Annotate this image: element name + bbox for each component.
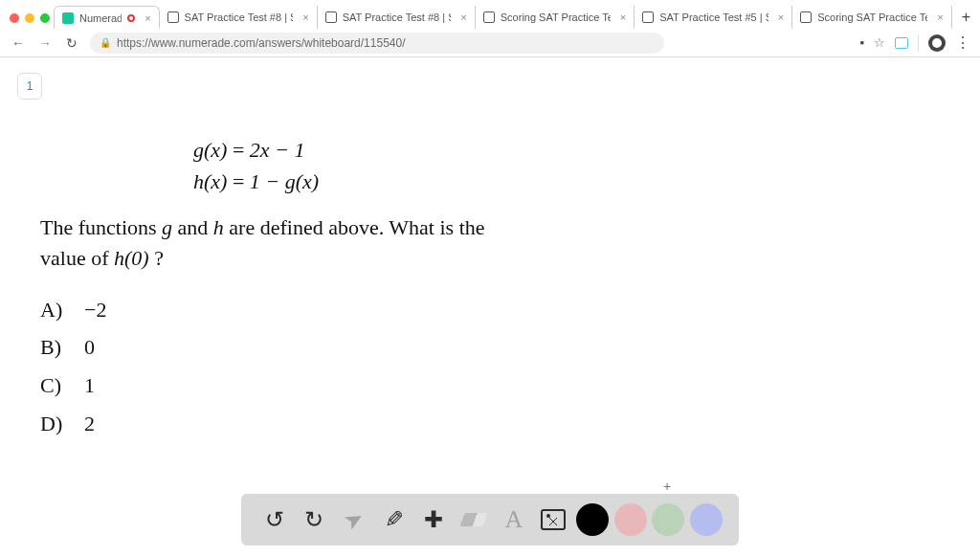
eq-equals: = <box>227 169 249 193</box>
tab-close-icon[interactable]: × <box>620 11 626 23</box>
color-red-button[interactable] <box>614 503 647 536</box>
tab-close-icon[interactable]: × <box>302 11 308 23</box>
color-black-button[interactable] <box>576 503 609 536</box>
choice-letter: D) <box>40 405 84 443</box>
tab-title: Numerade <box>79 12 122 24</box>
tab-scoring-a[interactable]: Scoring SAT Practice Test × <box>476 6 635 29</box>
favicon-kh <box>800 11 812 23</box>
tab-sat-5[interactable]: SAT Practice Test #5 | SA × <box>635 6 792 29</box>
prompt-text: and <box>172 215 213 239</box>
whiteboard-toolbar: ↺ ↻ ➤ ✎ ✚ A <box>241 494 739 546</box>
eq-rhs: 2x − 1 <box>250 138 305 162</box>
tab-close-icon[interactable]: × <box>460 11 466 23</box>
lock-icon: 🔒 <box>100 37 111 48</box>
choice-d: D)2 <box>40 405 693 443</box>
undo-button[interactable]: ↺ <box>257 502 292 537</box>
choice-value: 2 <box>84 405 95 443</box>
choice-a: A)−2 <box>40 291 693 329</box>
text-tool-button[interactable]: A <box>497 502 531 537</box>
tab-scoring-b[interactable]: Scoring SAT Practice Test × <box>792 6 951 29</box>
recording-indicator-icon <box>127 14 135 22</box>
pencil-tool-button[interactable]: ✎ <box>377 502 412 537</box>
var-g: g <box>162 215 172 239</box>
tab-sat-8-b[interactable]: SAT Practice Test #8 | SA × <box>318 6 476 29</box>
bookmark-star-icon[interactable]: ☆ <box>874 35 885 50</box>
tab-close-icon[interactable]: × <box>937 11 943 23</box>
var-h: h <box>213 215 224 239</box>
cursor-crosshair-icon: + <box>663 479 671 494</box>
prompt-text: The functions <box>40 215 162 239</box>
eq-equals: = <box>227 138 249 162</box>
favicon-numerade <box>62 12 74 24</box>
whiteboard-tab-label: 1 <box>27 79 33 93</box>
tab-numerade[interactable]: Numerade × <box>54 6 160 29</box>
expr-h0: h(0) <box>114 246 149 270</box>
eraser-icon <box>460 513 488 526</box>
window-controls <box>10 13 50 23</box>
prompt-text: are defined above. What is the <box>224 215 485 239</box>
reload-button[interactable]: ↻ <box>63 35 80 51</box>
favicon-kh <box>167 11 179 23</box>
eq-rhs: 1 − g(x) <box>250 169 319 193</box>
browser-tabstrip: Numerade × SAT Practice Test #8 | SA × S… <box>54 6 980 29</box>
eq-lhs: h(x) <box>193 169 227 193</box>
choice-c: C)1 <box>40 367 693 405</box>
tab-close-icon[interactable]: × <box>778 11 784 23</box>
problem-container: g(x) = 2x − 1 h(x) = 1 − g(x) The functi… <box>40 134 693 442</box>
choice-value: −2 <box>84 291 106 329</box>
whiteboard-tab-1[interactable]: 1 <box>17 73 42 100</box>
image-icon <box>541 509 566 530</box>
tab-title: Scoring SAT Practice Test <box>817 11 927 23</box>
choice-letter: C) <box>40 367 84 405</box>
color-blue-button[interactable] <box>690 503 723 536</box>
new-tab-button[interactable]: + <box>952 9 980 26</box>
forward-button[interactable]: → <box>36 35 54 51</box>
cast-icon[interactable] <box>895 37 908 49</box>
tab-title: SAT Practice Test #8 | SA <box>185 11 294 23</box>
tab-sat-8-a[interactable]: SAT Practice Test #8 | SA × <box>160 6 318 29</box>
redo-button[interactable]: ↻ <box>297 502 331 537</box>
favicon-kh <box>325 11 337 23</box>
choice-letter: B) <box>40 328 84 367</box>
minimize-window-button[interactable] <box>25 13 34 23</box>
eraser-tool-button[interactable] <box>457 502 491 537</box>
browser-menu-button[interactable]: ⋮ <box>955 33 970 52</box>
add-button[interactable]: ✚ <box>416 502 451 537</box>
problem-prompt: The functions g and h are defined above.… <box>40 212 693 274</box>
favicon-kh <box>483 11 495 23</box>
choice-value: 0 <box>84 328 95 367</box>
address-url: https://www.numerade.com/answers/whitebo… <box>117 36 406 50</box>
tab-title: SAT Practice Test #5 | SA <box>659 11 768 23</box>
camera-icon[interactable]: ▪ <box>859 35 864 50</box>
equation-h: h(x) = 1 − g(x) <box>193 166 693 197</box>
pointer-tool-button[interactable]: ➤ <box>331 496 378 543</box>
tab-title: Scoring SAT Practice Test <box>501 11 611 23</box>
browser-toolbar: ← → ↻ 🔒 https://www.numerade.com/answers… <box>0 29 980 57</box>
color-green-button[interactable] <box>652 503 684 536</box>
favicon-kh <box>642 11 654 23</box>
prompt-text: ? <box>149 246 164 270</box>
address-bar[interactable]: 🔒 https://www.numerade.com/answers/white… <box>90 33 664 54</box>
text-icon: A <box>504 505 523 534</box>
eq-lhs: g(x) <box>193 138 227 162</box>
profile-avatar-icon[interactable] <box>928 34 946 52</box>
tab-title: SAT Practice Test #8 | SA <box>343 11 452 23</box>
choice-b: B)0 <box>40 328 693 367</box>
answer-choices: A)−2 B)0 C)1 D)2 <box>40 291 693 442</box>
prompt-text: value of <box>40 246 114 270</box>
close-window-button[interactable] <box>10 13 19 23</box>
choice-value: 1 <box>84 367 95 405</box>
maximize-window-button[interactable] <box>40 13 50 23</box>
page-content: 1 g(x) = 2x − 1 h(x) = 1 − g(x) The func… <box>0 57 980 557</box>
image-tool-button[interactable] <box>536 502 570 537</box>
equation-g: g(x) = 2x − 1 <box>193 134 693 166</box>
toolbar-divider <box>918 34 919 52</box>
choice-letter: A) <box>40 291 84 329</box>
equations: g(x) = 2x − 1 h(x) = 1 − g(x) <box>193 134 693 197</box>
tab-close-icon[interactable]: × <box>145 12 150 24</box>
back-button[interactable]: ← <box>10 35 27 51</box>
